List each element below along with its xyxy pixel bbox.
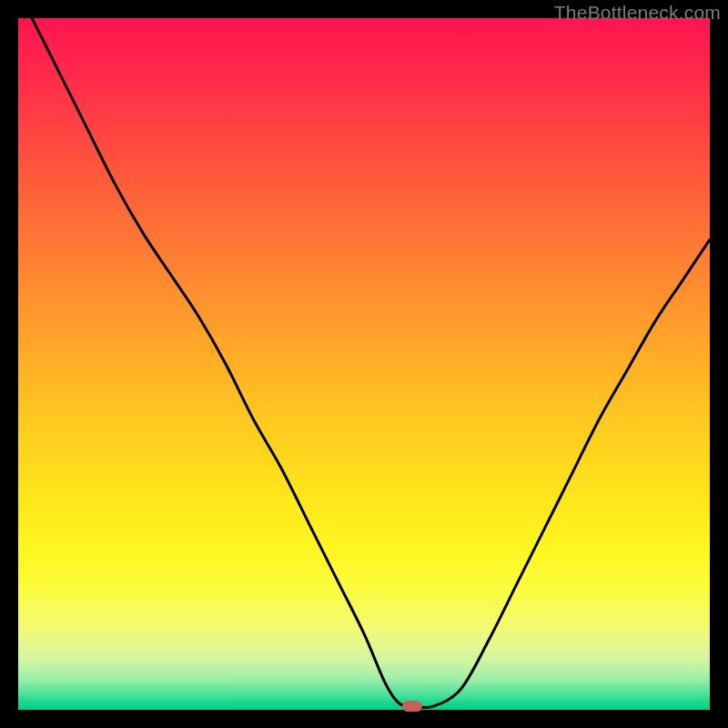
gradient-plot-area [18, 18, 710, 710]
bottleneck-curve [18, 18, 710, 710]
attribution-label: TheBottleneck.com [554, 2, 721, 24]
chart-frame: TheBottleneck.com [0, 0, 728, 728]
optimum-marker [402, 701, 422, 712]
curve-path [32, 18, 710, 708]
